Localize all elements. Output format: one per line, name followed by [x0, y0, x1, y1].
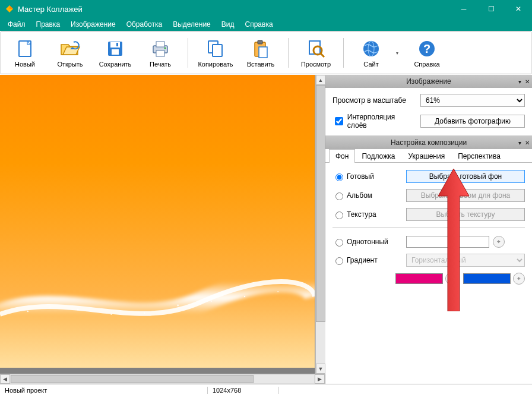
svg-point-23 [27, 311, 28, 312]
radio-gradient-label: Градиент [347, 256, 406, 264]
toolbar-separator [188, 38, 188, 68]
canvas-column: ▲ ▼ ◀ ▶ [0, 75, 325, 384]
close-panel-icon[interactable]: ✕ [525, 140, 530, 146]
radio-solid-label: Однотонный [347, 238, 406, 246]
menu-edit[interactable]: Правка [32, 19, 65, 30]
save-icon [104, 38, 126, 59]
eyedropper-icon[interactable]: ⌖ [513, 273, 525, 285]
scroll-down-icon[interactable]: ▼ [316, 364, 325, 374]
radio-gradient[interactable] [335, 257, 343, 265]
open-folder-icon [59, 38, 81, 59]
svg-line-18 [321, 53, 324, 57]
menu-file[interactable]: Файл [4, 19, 30, 30]
svg-rect-9 [156, 50, 164, 56]
globe-icon [360, 38, 382, 59]
eyedropper-icon[interactable]: ⌖ [493, 236, 505, 248]
save-button[interactable]: Сохранить [95, 33, 135, 72]
menubar: Файл Правка Изображение Обработка Выделе… [0, 18, 532, 31]
collapse-icon[interactable]: ▾ [518, 78, 521, 85]
tab-underlay[interactable]: Подложка [355, 149, 401, 163]
eyedropper-icon[interactable]: ⌖ [445, 273, 457, 285]
collapse-icon[interactable]: ▾ [518, 140, 521, 146]
view-button[interactable]: Просмотр [296, 33, 336, 72]
svg-point-10 [164, 48, 166, 49]
scroll-right-icon[interactable]: ▶ [315, 374, 325, 384]
magnify-icon [305, 38, 327, 59]
interpolate-checkbox-label[interactable]: Интерполяция слоёв [332, 113, 416, 130]
status-dimensions: 1024x768 [208, 387, 279, 394]
titlebar: Мастер Коллажей ─ ☐ ✕ [0, 0, 532, 18]
svg-point-26 [110, 314, 112, 315]
svg-point-30 [244, 296, 245, 298]
panel-image-header[interactable]: Изображение ▾✕ [325, 75, 532, 88]
tab-decor[interactable]: Украшения [401, 149, 451, 163]
add-photo-button[interactable]: Добавить фотографию [420, 115, 525, 128]
radio-texture[interactable] [335, 211, 343, 219]
menu-view[interactable]: Вид [217, 19, 239, 30]
vertical-scrollbar[interactable]: ▲ ▼ [315, 75, 325, 374]
svg-rect-8 [156, 42, 164, 47]
canvas-wave-graphic [0, 255, 315, 350]
radio-album[interactable] [335, 192, 343, 200]
work-area: ▲ ▼ ◀ ▶ Изображение ▾✕ Просмотр в масшта… [0, 75, 532, 384]
gradient-color1-swatch[interactable] [395, 273, 443, 284]
svg-point-29 [211, 301, 212, 302]
composition-body: Готовый Выбрать готовый фон Альбом Выбра… [325, 163, 532, 292]
scrollbar-thumb[interactable] [11, 375, 254, 383]
panel-image-body: Просмотр в масштабе 61% Интерполяция сло… [325, 88, 532, 136]
copy-button[interactable]: Копировать [195, 33, 236, 72]
select-texture-button: Выбрать текстуру [406, 208, 525, 221]
svg-point-27 [144, 312, 145, 314]
svg-rect-6 [116, 43, 118, 46]
separator [332, 227, 525, 228]
svg-point-28 [177, 305, 179, 307]
scrollbar-thumb[interactable] [316, 85, 325, 322]
panel-composition-header[interactable]: Настройка композиции ▾✕ [325, 136, 532, 149]
status-project: Новый проект [0, 387, 208, 394]
app-icon [5, 4, 14, 14]
close-button[interactable]: ✕ [505, 0, 532, 18]
open-button[interactable]: Открыть [50, 33, 90, 72]
panel-composition-title: Настройка композиции [391, 138, 467, 147]
maximize-button[interactable]: ☐ [477, 0, 505, 18]
paste-button[interactable]: Вставить [240, 33, 281, 72]
statusbar: Новый проект 1024x768 [0, 384, 532, 396]
print-button[interactable]: Печать [140, 33, 180, 72]
tab-background[interactable]: Фон [329, 149, 355, 163]
radio-ready[interactable] [335, 173, 343, 181]
radio-solid[interactable] [335, 239, 343, 247]
dropdown-icon[interactable]: ▾ [396, 50, 402, 56]
minimize-button[interactable]: ─ [450, 0, 477, 18]
canvas[interactable] [0, 75, 315, 374]
help-button[interactable]: ? Справка [407, 33, 447, 72]
menu-process[interactable]: Обработка [122, 19, 167, 30]
svg-point-19 [363, 41, 379, 56]
svg-rect-14 [258, 40, 262, 44]
gradient-color2-swatch[interactable] [463, 273, 511, 284]
close-panel-icon[interactable]: ✕ [525, 78, 530, 85]
scale-select[interactable]: 61% [420, 94, 525, 107]
horizontal-scrollbar[interactable]: ◀ ▶ [0, 374, 325, 384]
radio-texture-label: Текстура [347, 210, 406, 219]
svg-text:?: ? [423, 42, 430, 55]
select-album-button: Выбрать альбом для фона [406, 189, 525, 202]
svg-rect-4 [110, 42, 120, 48]
menu-image[interactable]: Изображение [66, 19, 120, 30]
new-button[interactable]: Новый [5, 33, 45, 72]
menu-help[interactable]: Справка [241, 19, 277, 30]
svg-point-31 [277, 291, 278, 292]
menu-selection[interactable]: Выделение [169, 19, 215, 30]
radio-album-label: Альбом [347, 191, 406, 200]
tab-perspective[interactable]: Перспектива [451, 149, 507, 163]
scroll-up-icon[interactable]: ▲ [316, 75, 325, 85]
copy-icon [205, 38, 226, 59]
svg-rect-5 [112, 49, 119, 55]
paste-icon [250, 38, 271, 59]
svg-point-25 [77, 309, 79, 311]
solid-color-swatch[interactable] [406, 236, 489, 248]
select-ready-bg-button[interactable]: Выбрать готовый фон [406, 170, 525, 183]
scroll-left-icon[interactable]: ◀ [0, 374, 10, 384]
interpolate-checkbox[interactable] [335, 117, 343, 125]
site-button[interactable]: Сайт [351, 33, 391, 72]
print-icon [150, 38, 171, 59]
